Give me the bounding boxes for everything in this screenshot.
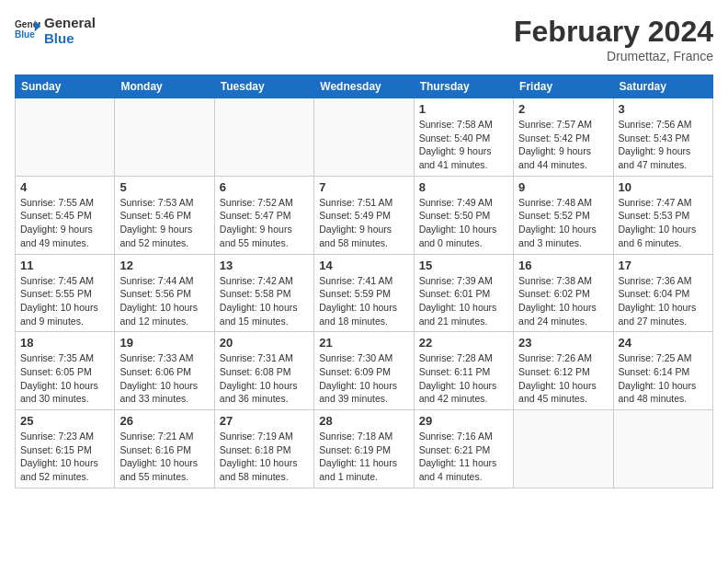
weekday-header: Saturday [613,75,712,98]
calendar-cell: 4Sunrise: 7:55 AM Sunset: 5:45 PM Daylig… [16,176,115,254]
logo-line1: General [44,15,96,30]
calendar-table: SundayMondayTuesdayWednesdayThursdayFrid… [15,75,713,488]
day-number: 18 [20,336,109,350]
weekday-header: Thursday [414,75,513,98]
calendar-cell: 20Sunrise: 7:31 AM Sunset: 6:08 PM Dayli… [214,332,313,410]
day-info: Sunrise: 7:53 AM Sunset: 5:46 PM Dayligh… [119,196,209,250]
calendar-week-row: 1Sunrise: 7:58 AM Sunset: 5:40 PM Daylig… [16,98,713,177]
day-info: Sunrise: 7:30 AM Sunset: 6:09 PM Dayligh… [319,351,408,406]
calendar-cell [314,98,414,177]
day-number: 13 [220,259,309,272]
day-number: 26 [119,414,209,428]
day-number: 23 [518,336,608,350]
page-header: General Blue General Blue February 2024 … [15,15,713,63]
day-info: Sunrise: 7:38 AM Sunset: 6:02 PM Dayligh… [518,274,608,328]
day-info: Sunrise: 7:44 AM Sunset: 5:56 PM Dayligh… [119,274,209,328]
day-number: 22 [419,336,508,350]
calendar-cell: 21Sunrise: 7:30 AM Sunset: 6:09 PM Dayli… [314,332,414,410]
calendar-cell: 23Sunrise: 7:26 AM Sunset: 6:12 PM Dayli… [514,332,613,410]
day-info: Sunrise: 7:31 AM Sunset: 6:08 PM Dayligh… [220,351,309,406]
day-number: 12 [119,259,209,272]
calendar-cell: 28Sunrise: 7:18 AM Sunset: 6:19 PM Dayli… [314,410,414,488]
day-info: Sunrise: 7:48 AM Sunset: 5:52 PM Dayligh… [518,196,608,250]
day-number: 19 [119,336,209,350]
day-number: 7 [319,180,408,194]
day-number: 10 [619,180,708,194]
month-title: February 2024 [514,15,713,49]
day-info: Sunrise: 7:42 AM Sunset: 5:58 PM Dayligh… [220,274,309,328]
calendar-cell: 2Sunrise: 7:57 AM Sunset: 5:42 PM Daylig… [514,98,613,177]
day-info: Sunrise: 7:41 AM Sunset: 5:59 PM Dayligh… [319,274,408,328]
day-number: 16 [518,259,608,272]
calendar-cell: 3Sunrise: 7:56 AM Sunset: 5:43 PM Daylig… [613,98,712,177]
calendar-cell: 9Sunrise: 7:48 AM Sunset: 5:52 PM Daylig… [514,176,613,254]
day-info: Sunrise: 7:56 AM Sunset: 5:43 PM Dayligh… [619,118,708,172]
location: Drumettaz, France [514,49,713,63]
calendar-cell: 1Sunrise: 7:58 AM Sunset: 5:40 PM Daylig… [414,98,513,177]
day-info: Sunrise: 7:35 AM Sunset: 6:05 PM Dayligh… [20,351,109,406]
weekday-header: Wednesday [314,75,414,98]
day-number: 11 [20,259,109,272]
logo-icon: General Blue [15,17,40,43]
calendar-cell: 7Sunrise: 7:51 AM Sunset: 5:49 PM Daylig… [314,176,414,254]
weekday-header: Friday [514,75,613,98]
calendar-cell: 5Sunrise: 7:53 AM Sunset: 5:46 PM Daylig… [115,176,214,254]
day-info: Sunrise: 7:52 AM Sunset: 5:47 PM Dayligh… [220,196,309,250]
calendar-cell: 24Sunrise: 7:25 AM Sunset: 6:14 PM Dayli… [613,332,712,410]
weekday-header-row: SundayMondayTuesdayWednesdayThursdayFrid… [16,75,713,98]
day-number: 29 [419,414,508,428]
logo: General Blue General Blue [15,15,96,46]
calendar-cell [115,98,214,177]
calendar-cell: 17Sunrise: 7:36 AM Sunset: 6:04 PM Dayli… [613,254,712,332]
calendar-cell: 26Sunrise: 7:21 AM Sunset: 6:16 PM Dayli… [115,410,214,488]
calendar-cell: 15Sunrise: 7:39 AM Sunset: 6:01 PM Dayli… [414,254,513,332]
calendar-week-row: 4Sunrise: 7:55 AM Sunset: 5:45 PM Daylig… [16,176,713,254]
day-info: Sunrise: 7:19 AM Sunset: 6:18 PM Dayligh… [220,430,309,484]
weekday-header: Monday [115,75,214,98]
day-number: 24 [619,336,708,350]
calendar-week-row: 11Sunrise: 7:45 AM Sunset: 5:55 PM Dayli… [16,254,713,332]
calendar-cell [214,98,313,177]
day-info: Sunrise: 7:36 AM Sunset: 6:04 PM Dayligh… [619,274,708,328]
calendar-cell: 8Sunrise: 7:49 AM Sunset: 5:50 PM Daylig… [414,176,513,254]
day-info: Sunrise: 7:28 AM Sunset: 6:11 PM Dayligh… [419,351,508,406]
calendar-cell: 11Sunrise: 7:45 AM Sunset: 5:55 PM Dayli… [16,254,115,332]
day-number: 1 [419,102,508,116]
calendar-cell: 27Sunrise: 7:19 AM Sunset: 6:18 PM Dayli… [214,410,313,488]
calendar-week-row: 25Sunrise: 7:23 AM Sunset: 6:15 PM Dayli… [16,410,713,488]
day-info: Sunrise: 7:47 AM Sunset: 5:53 PM Dayligh… [619,196,708,250]
title-block: February 2024 Drumettaz, France [514,15,713,63]
day-number: 2 [518,102,608,116]
day-info: Sunrise: 7:16 AM Sunset: 6:21 PM Dayligh… [419,430,508,484]
calendar-cell [514,410,613,488]
day-number: 21 [319,336,408,350]
day-number: 14 [319,259,408,272]
calendar-cell [613,410,712,488]
weekday-header: Sunday [16,75,115,98]
day-number: 20 [220,336,309,350]
calendar-cell: 18Sunrise: 7:35 AM Sunset: 6:05 PM Dayli… [16,332,115,410]
day-info: Sunrise: 7:26 AM Sunset: 6:12 PM Dayligh… [518,351,608,406]
day-info: Sunrise: 7:49 AM Sunset: 5:50 PM Dayligh… [419,196,508,250]
calendar-cell: 14Sunrise: 7:41 AM Sunset: 5:59 PM Dayli… [314,254,414,332]
day-number: 3 [619,102,708,116]
weekday-header: Tuesday [214,75,313,98]
calendar-week-row: 18Sunrise: 7:35 AM Sunset: 6:05 PM Dayli… [16,332,713,410]
day-number: 6 [220,180,309,194]
day-info: Sunrise: 7:51 AM Sunset: 5:49 PM Dayligh… [319,196,408,250]
day-number: 8 [419,180,508,194]
day-number: 15 [419,259,508,272]
day-info: Sunrise: 7:23 AM Sunset: 6:15 PM Dayligh… [20,430,109,484]
day-info: Sunrise: 7:39 AM Sunset: 6:01 PM Dayligh… [419,274,508,328]
day-number: 27 [220,414,309,428]
calendar-cell: 22Sunrise: 7:28 AM Sunset: 6:11 PM Dayli… [414,332,513,410]
day-info: Sunrise: 7:25 AM Sunset: 6:14 PM Dayligh… [619,351,708,406]
day-number: 5 [119,180,209,194]
day-info: Sunrise: 7:21 AM Sunset: 6:16 PM Dayligh… [119,430,209,484]
svg-text:Blue: Blue [15,29,35,40]
calendar-cell: 25Sunrise: 7:23 AM Sunset: 6:15 PM Dayli… [16,410,115,488]
day-number: 28 [319,414,408,428]
day-number: 9 [518,180,608,194]
calendar-cell: 19Sunrise: 7:33 AM Sunset: 6:06 PM Dayli… [115,332,214,410]
day-info: Sunrise: 7:45 AM Sunset: 5:55 PM Dayligh… [20,274,109,328]
